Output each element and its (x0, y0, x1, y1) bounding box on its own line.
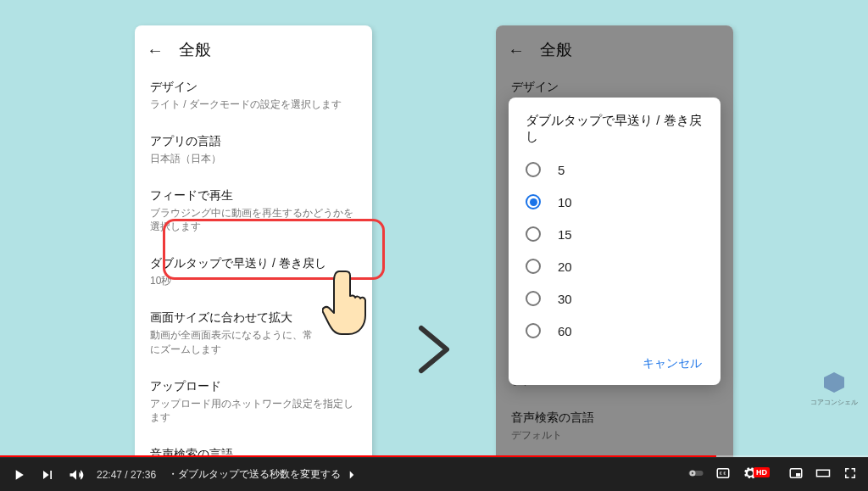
channel-watermark[interactable]: コアコンシェル (810, 372, 858, 407)
setting-sub: デフォルト (511, 428, 718, 443)
watermark-text: コアコンシェル (810, 398, 858, 407)
setting-sub: 10秒 (150, 274, 357, 288)
setting-label: 画面サイズに合わせて拡大 (150, 310, 314, 326)
setting-label: アプリの言語 (150, 134, 357, 149)
radio-icon (526, 291, 541, 306)
miniplayer-icon[interactable] (788, 466, 804, 483)
radio-option-20[interactable]: 20 (512, 250, 717, 282)
radio-icon (526, 194, 541, 209)
setting-label: フィードで再生 (150, 188, 357, 204)
player-control-bar: 22:47 / 27:36 ・ダブルタップで送る秒数を変更する HD (0, 457, 868, 491)
setting-feed-playback[interactable]: フィードで再生 ブラウジング中に動画を再生するかどうかを選択します (150, 178, 357, 247)
back-arrow-icon[interactable]: ← (508, 42, 525, 59)
video-stage: ← 全般 デザイン ライト / ダークモードの設定を選択します アプリの言語 日… (0, 0, 868, 458)
volume-icon[interactable] (68, 466, 85, 483)
svg-rect-2 (717, 469, 729, 478)
svg-rect-5 (817, 470, 830, 477)
setting-label: デザイン (511, 80, 718, 95)
current-time: 22:47 (97, 469, 122, 481)
radio-icon (526, 162, 541, 177)
toggle-off-icon[interactable] (328, 310, 357, 324)
dialog-title: ダブルタップで早送り / 巻き戻し (512, 113, 717, 153)
setting-label: アップロード (150, 379, 357, 394)
radio-label: 15 (558, 227, 572, 242)
chapter-button[interactable]: ・ダブルタップで送る秒数を変更する (168, 467, 359, 483)
setting-label: ダブルタップで早送り / 巻き戻し (150, 256, 357, 271)
radio-label: 5 (558, 163, 565, 177)
theater-mode-icon[interactable] (815, 466, 831, 483)
radio-option-5[interactable]: 5 (512, 153, 717, 186)
quality-badge: HD (754, 467, 770, 477)
radio-option-60[interactable]: 60 (512, 315, 717, 347)
phone-left-header: ← 全般 (135, 25, 372, 70)
chevron-right-icon (413, 320, 455, 391)
settings-list: デザイン ライト / ダークモードの設定を選択します アプリの言語 日本語（日本… (135, 70, 372, 482)
setting-sub: ライト / ダークモードの設定を選択します (150, 98, 357, 112)
setting-upload[interactable]: アップロード アップロード用のネットワーク設定を指定します (150, 369, 357, 438)
phone-right-header: ← 全般 (496, 25, 733, 70)
setting-design[interactable]: デザイン ライト / ダークモードの設定を選択します (150, 70, 357, 124)
setting-app-language[interactable]: アプリの言語 日本語（日本） (150, 124, 357, 178)
watermark-logo-icon (824, 372, 844, 393)
radio-label: 20 (558, 259, 572, 274)
setting-voice-language-dimmed: 音声検索の言語 デフォルト (511, 400, 718, 455)
play-icon[interactable] (10, 466, 27, 483)
setting-zoom-to-fill[interactable]: 画面サイズに合わせて拡大 動画が全画面表示になるように、常にズームします (150, 300, 357, 369)
chapter-title: ・ダブルタップで送る秒数を変更する (168, 467, 341, 482)
radio-option-10[interactable]: 10 (512, 186, 717, 218)
radio-icon (526, 323, 541, 338)
double-tap-seek-dialog: ダブルタップで早送り / 巻き戻し 51015203060 キャンセル (509, 98, 721, 385)
setting-sub: 日本語（日本） (150, 152, 357, 166)
setting-label: 音声検索の言語 (511, 410, 718, 426)
settings-gear-icon[interactable]: HD (743, 466, 776, 483)
phone-left-title: 全般 (179, 39, 211, 61)
total-time: 27:36 (131, 469, 156, 481)
next-icon[interactable] (39, 466, 56, 483)
radio-icon (526, 259, 541, 274)
radio-option-15[interactable]: 15 (512, 218, 717, 250)
radio-icon (526, 226, 541, 242)
autoplay-toggle-icon[interactable] (688, 466, 704, 483)
radio-option-30[interactable]: 30 (512, 282, 717, 315)
setting-double-tap-seek[interactable]: ダブルタップで早送り / 巻き戻し 10秒 (150, 246, 357, 300)
radio-label: 30 (558, 292, 572, 306)
phone-right-title: 全般 (540, 39, 572, 61)
cancel-button[interactable]: キャンセル (643, 356, 702, 370)
setting-sub: ブラウジング中に動画を再生するかどうかを選択します (150, 206, 357, 235)
radio-label: 60 (558, 324, 572, 338)
phone-left: ← 全般 デザイン ライト / ダークモードの設定を選択します アプリの言語 日… (135, 25, 372, 482)
radio-label: 10 (558, 195, 572, 209)
captions-icon[interactable] (715, 466, 731, 483)
time-display: 22:47 / 27:36 (97, 469, 156, 481)
setting-sub: 動画が全画面表示になるように、常にズームします (150, 328, 314, 357)
setting-sub: アップロード用のネットワーク設定を指定します (150, 397, 357, 426)
svg-rect-4 (796, 473, 800, 477)
fullscreen-icon[interactable] (843, 466, 858, 483)
back-arrow-icon[interactable]: ← (147, 42, 164, 59)
setting-label: デザイン (150, 80, 357, 95)
chevron-right-icon (344, 467, 359, 483)
